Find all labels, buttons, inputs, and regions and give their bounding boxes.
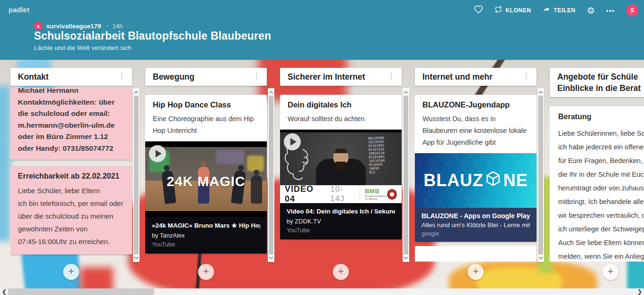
post-text-line: 07:45-16:00Uhr zu erreichen. bbox=[18, 235, 124, 248]
add-post-button[interactable]: + bbox=[468, 264, 484, 280]
post-text-line: mitbringt. Ich behandele alles bbox=[558, 195, 644, 209]
klonen-button[interactable]: KLONEN bbox=[495, 6, 531, 15]
column-menu-icon[interactable]: ⋮ bbox=[251, 71, 262, 82]
add-post-button[interactable]: + bbox=[603, 264, 619, 280]
video-caption: Video 04: Dein digitales Ich / Sekundars… bbox=[280, 203, 402, 239]
post-text-line: über die schulcloud zu meinen bbox=[18, 210, 124, 222]
post-text-line: oder im Büro Zimmer 1.12 bbox=[18, 131, 124, 143]
video-caption-title: »24k MAGIC« Bruno Mars ★ Hip Hop Da… bbox=[152, 221, 260, 229]
padlet-logo[interactable]: padlet bbox=[8, 6, 29, 14]
more-menu-button[interactable]: ••• bbox=[606, 7, 615, 14]
post-text-line: melden, wenn Sie ein Anliegen bbox=[558, 250, 644, 262]
scrollbar-thumb[interactable] bbox=[269, 96, 273, 254]
column-title: Internet und mehr bbox=[422, 71, 493, 82]
video-thumbnail[interactable]: 00110100 10110101 01101001 01101010 1001… bbox=[280, 130, 402, 203]
post-text-line: Liebe Schüler, liebe Eltern bbox=[18, 184, 124, 197]
post-card-beratung[interactable]: Beratung Liebe Schülerinnen, liebe Schü … bbox=[550, 106, 644, 262]
post-card-digitales-ich[interactable]: Dein digitales Ich Worauf solltest du ac… bbox=[280, 95, 402, 239]
header-bar: padlet s survivalleague179 • 14h Schulso… bbox=[0, 0, 644, 60]
post-title: BLAUZONE-Jugendapp bbox=[422, 100, 529, 109]
age-range-label: 10-14J bbox=[330, 185, 354, 204]
horizontal-scrollbar-thumb[interactable] bbox=[8, 288, 154, 295]
link-caption: BLAUZONE - Apps on Google Play Alles run… bbox=[415, 208, 537, 242]
next-post-card-peek[interactable] bbox=[415, 246, 537, 262]
column-header-angebote: Angebote für Schüle Einblicke in die Ber… bbox=[550, 68, 644, 97]
scrollbar-thumb[interactable] bbox=[538, 96, 543, 254]
post-title: Dein digitales Ich bbox=[288, 100, 394, 109]
author-separator-dot: • bbox=[107, 23, 108, 29]
post-title: Erreichbarkeit ab 22.02.2021 bbox=[18, 172, 124, 180]
teilen-button[interactable]: TEILEN bbox=[543, 6, 576, 16]
post-text-line: ich unterliege der Schweigepf bbox=[558, 222, 644, 236]
column-menu-icon[interactable]: ⋮ bbox=[116, 71, 127, 82]
column-kontakt: Kontakt ⋮ Michael Hermann Kontaktmöglich… bbox=[4, 60, 139, 295]
video-caption-source: YouTube bbox=[287, 227, 395, 234]
column-scroll-area: Hip Hop Dance Class Eine Choreographie a… bbox=[145, 88, 267, 262]
ministry-seal-icon bbox=[387, 188, 397, 200]
column-angebote: Angebote für Schüle Einblicke in die Ber… bbox=[543, 60, 644, 295]
header-actions: KLONEN TEILEN ⚙ ••• S bbox=[474, 4, 638, 17]
video-thumbnail[interactable]: 24K MAGIC bbox=[145, 141, 267, 217]
post-body: Eine Choreographie aus dem Hip Hop Unter… bbox=[153, 113, 259, 137]
post-title: Hip Hop Dance Class bbox=[153, 100, 259, 109]
blauzone-banner-image[interactable]: BLAUZ NE bbox=[415, 153, 537, 208]
column-sicherer-im-internet: Sicherer im Internet ⋮ Dein digitales Ic… bbox=[273, 60, 408, 295]
add-post-button[interactable]: + bbox=[63, 264, 79, 280]
column-scroll-area: BLAUZONE-Jugendapp Wusstest Du, dass es … bbox=[415, 88, 537, 262]
play-button-icon[interactable] bbox=[284, 133, 301, 150]
thumbnail-banner-strip: VIDEO 04 10-14J BMB Bundesministerium fü… bbox=[280, 185, 402, 203]
column-title: Sicherer im Internet bbox=[288, 71, 365, 82]
post-text-line: Kontaktmöglichkeiten: über bbox=[18, 97, 124, 108]
scrollbar-thumb[interactable] bbox=[134, 96, 139, 254]
column-scroll-area: Beratung Liebe Schülerinnen, liebe Schü … bbox=[550, 99, 644, 262]
play-button-icon[interactable] bbox=[149, 145, 166, 162]
author-name: survivalleague179 bbox=[46, 23, 101, 30]
padlet-board-page: padlet s survivalleague179 • 14h Schulso… bbox=[0, 0, 644, 295]
column-menu-icon[interactable]: ⋮ bbox=[520, 71, 532, 82]
column-bewegung: Bewegung ⋮ Hip Hop Dance Class Eine Chor… bbox=[139, 60, 273, 295]
scroll-left-icon[interactable]: ❮ bbox=[1, 288, 8, 295]
column-header-internet: Internet und mehr ⋮ bbox=[415, 68, 537, 86]
post-text-line: wir besprechen vertraulich, de bbox=[558, 209, 644, 222]
binary-doodle: 00110100 10110101 01101001 01101010 1001… bbox=[368, 136, 399, 174]
column-title-line2: Einblicke in die Berat bbox=[557, 82, 644, 94]
scroll-right-icon[interactable]: ❯ bbox=[636, 288, 643, 295]
column-title: Bewegung bbox=[153, 71, 194, 82]
video-caption-title: Video 04: Dein digitales Ich / Sekundars… bbox=[287, 208, 395, 215]
column-scroll-area: Dein digitales Ich Worauf solltest du ac… bbox=[280, 88, 402, 262]
post-age: 14h bbox=[112, 23, 123, 30]
column-title: Kontakt bbox=[18, 71, 49, 82]
page-subtitle: Lächle und die Welt verändert sich bbox=[34, 44, 132, 51]
heart-icon bbox=[474, 5, 483, 16]
thumbnail-overlay-text: 24K MAGIC bbox=[145, 174, 267, 189]
post-card-hiphop-video[interactable]: Hip Hop Dance Class Eine Choreographie a… bbox=[145, 95, 267, 254]
post-title: Beratung bbox=[558, 113, 644, 121]
horizontal-scrollbar[interactable]: ❮ ❯ bbox=[0, 288, 644, 295]
klonen-label: KLONEN bbox=[505, 7, 531, 14]
column-header-kontakt: Kontakt ⋮ bbox=[10, 68, 132, 86]
add-post-button[interactable]: + bbox=[333, 264, 349, 280]
post-card-erreichbarkeit[interactable]: Erreichbarkeit ab 22.02.2021 Liebe Schül… bbox=[10, 166, 132, 254]
scrollbar-thumb[interactable] bbox=[404, 96, 408, 254]
settings-button[interactable]: ⚙ bbox=[587, 6, 595, 15]
like-button[interactable] bbox=[474, 5, 483, 16]
column-header-bewegung: Bewegung ⋮ bbox=[145, 68, 267, 86]
author-row: s survivalleague179 • 14h bbox=[34, 22, 123, 30]
post-card-kontakt-info[interactable]: Michael Hermann Kontaktmöglichkeiten: üb… bbox=[10, 88, 132, 160]
user-avatar[interactable]: S bbox=[626, 4, 638, 16]
post-text-line: ich bin telefonisch, per email oder bbox=[18, 197, 124, 210]
post-text-line: ich habe jederzeit ein offenes bbox=[558, 140, 644, 154]
column-scroll-area: Michael Hermann Kontaktmöglichkeiten: üb… bbox=[10, 88, 132, 262]
post-card-blauzone[interactable]: BLAUZONE-Jugendapp Wusstest Du, dass es … bbox=[415, 95, 537, 242]
post-text-line: herumtragt oder von zuhause bbox=[558, 181, 644, 195]
post-text-line: die Ihr in der Schule mit Euch bbox=[558, 168, 644, 181]
column-menu-icon[interactable]: ⋮ bbox=[386, 71, 397, 82]
share-icon bbox=[543, 6, 551, 16]
post-text-line: gewohnten Zeiten von bbox=[18, 222, 124, 235]
video-number-label: VIDEO 04 bbox=[285, 184, 320, 204]
column-internet-und-mehr: Internet und mehr ⋮ BLAUZONE-Jugendapp W… bbox=[408, 60, 543, 295]
video-caption-source: YouTube bbox=[152, 241, 260, 248]
banner-text-right: NE bbox=[503, 171, 528, 190]
add-post-button[interactable]: + bbox=[198, 264, 214, 280]
page-title: Schulsozialarbeit Blautopfschule Blaubeu… bbox=[34, 30, 271, 42]
